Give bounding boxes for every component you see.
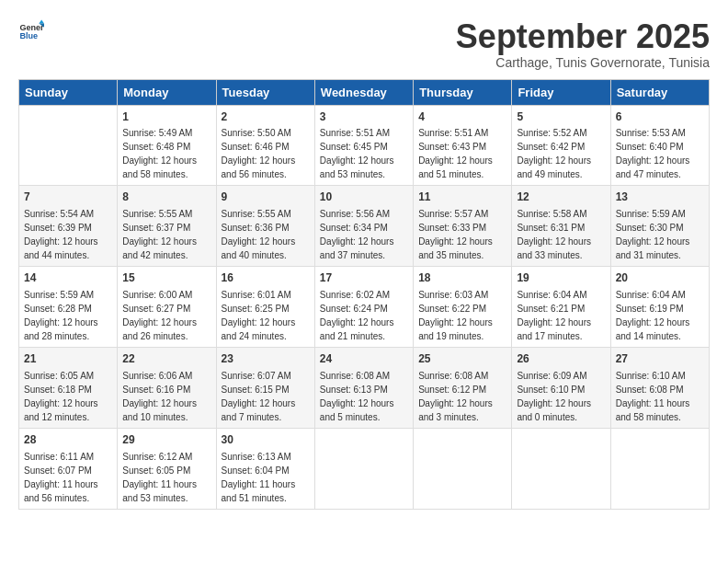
day-number: 14: [24, 270, 112, 286]
day-number: 9: [222, 190, 310, 205]
day-number: 16: [222, 270, 310, 286]
svg-marker-2: [39, 19, 44, 23]
calendar-cell: 23Sunrise: 6:07 AMSunset: 6:15 PMDayligh…: [216, 347, 314, 428]
day-number: 6: [616, 109, 704, 125]
day-info: Sunrise: 6:13 AMSunset: 6:04 PMDaylight:…: [222, 450, 310, 505]
calendar-week-row: 28Sunrise: 6:11 AMSunset: 6:07 PMDayligh…: [19, 428, 710, 509]
logo-icon: General Blue: [18, 18, 44, 44]
weekday-header-row: Sunday Monday Tuesday Wednesday Thursday…: [19, 79, 710, 105]
calendar-cell: 6Sunrise: 5:53 AMSunset: 6:40 PMDaylight…: [610, 105, 709, 186]
calendar-cell: 9Sunrise: 5:55 AMSunset: 6:36 PMDaylight…: [216, 186, 314, 267]
header-monday: Monday: [118, 79, 216, 105]
calendar-cell: [19, 105, 118, 186]
calendar-cell: 24Sunrise: 6:08 AMSunset: 6:13 PMDayligh…: [314, 347, 413, 428]
day-info: Sunrise: 6:02 AMSunset: 6:24 PMDaylight:…: [320, 288, 408, 343]
calendar-table: Sunday Monday Tuesday Wednesday Thursday…: [18, 79, 710, 510]
calendar-cell: 20Sunrise: 6:04 AMSunset: 6:19 PMDayligh…: [610, 267, 709, 348]
day-info: Sunrise: 6:07 AMSunset: 6:15 PMDaylight:…: [222, 369, 310, 424]
calendar-cell: 25Sunrise: 6:08 AMSunset: 6:12 PMDayligh…: [414, 347, 512, 428]
header-sunday: Sunday: [19, 79, 118, 105]
day-number: 5: [517, 109, 605, 125]
day-info: Sunrise: 5:50 AMSunset: 6:46 PMDaylight:…: [222, 126, 310, 181]
day-info: Sunrise: 5:59 AMSunset: 6:28 PMDaylight:…: [24, 288, 112, 343]
day-number: 23: [222, 351, 310, 367]
calendar-cell: 10Sunrise: 5:56 AMSunset: 6:34 PMDayligh…: [314, 186, 413, 267]
day-number: 1: [122, 109, 210, 125]
day-info: Sunrise: 5:55 AMSunset: 6:37 PMDaylight:…: [122, 207, 210, 262]
calendar-cell: 2Sunrise: 5:50 AMSunset: 6:46 PMDaylight…: [216, 105, 314, 186]
calendar-cell: 8Sunrise: 5:55 AMSunset: 6:37 PMDaylight…: [118, 186, 216, 267]
day-info: Sunrise: 6:05 AMSunset: 6:18 PMDaylight:…: [24, 369, 112, 424]
day-info: Sunrise: 6:08 AMSunset: 6:12 PMDaylight:…: [418, 369, 506, 424]
calendar-cell: 13Sunrise: 5:59 AMSunset: 6:30 PMDayligh…: [610, 186, 709, 267]
calendar-week-row: 14Sunrise: 5:59 AMSunset: 6:28 PMDayligh…: [19, 267, 710, 348]
day-number: 12: [517, 190, 605, 205]
day-info: Sunrise: 5:49 AMSunset: 6:48 PMDaylight:…: [122, 126, 210, 181]
day-info: Sunrise: 5:55 AMSunset: 6:36 PMDaylight:…: [222, 207, 310, 262]
header-tuesday: Tuesday: [216, 79, 314, 105]
calendar-cell: 12Sunrise: 5:58 AMSunset: 6:31 PMDayligh…: [512, 186, 610, 267]
calendar-cell: 14Sunrise: 5:59 AMSunset: 6:28 PMDayligh…: [19, 267, 118, 348]
day-number: 19: [517, 270, 605, 286]
day-number: 7: [24, 190, 112, 205]
calendar-cell: 5Sunrise: 5:52 AMSunset: 6:42 PMDaylight…: [512, 105, 610, 186]
day-number: 20: [616, 270, 704, 286]
logo: General Blue: [18, 18, 44, 44]
day-info: Sunrise: 5:57 AMSunset: 6:33 PMDaylight:…: [418, 207, 506, 262]
month-title: September 2025: [456, 18, 710, 55]
page-header: General Blue September 2025 Carthage, Tu…: [18, 18, 710, 70]
day-number: 28: [24, 432, 112, 448]
calendar-cell: 28Sunrise: 6:11 AMSunset: 6:07 PMDayligh…: [19, 428, 118, 509]
day-number: 15: [122, 270, 210, 286]
day-info: Sunrise: 6:06 AMSunset: 6:16 PMDaylight:…: [122, 369, 210, 424]
day-info: Sunrise: 5:51 AMSunset: 6:43 PMDaylight:…: [418, 126, 506, 181]
day-info: Sunrise: 6:03 AMSunset: 6:22 PMDaylight:…: [418, 288, 506, 343]
calendar-cell: 11Sunrise: 5:57 AMSunset: 6:33 PMDayligh…: [414, 186, 512, 267]
day-info: Sunrise: 6:04 AMSunset: 6:21 PMDaylight:…: [517, 288, 605, 343]
day-info: Sunrise: 5:58 AMSunset: 6:31 PMDaylight:…: [517, 207, 605, 262]
day-info: Sunrise: 6:08 AMSunset: 6:13 PMDaylight:…: [320, 369, 408, 424]
header-friday: Friday: [512, 79, 610, 105]
calendar-week-row: 7Sunrise: 5:54 AMSunset: 6:39 PMDaylight…: [19, 186, 710, 267]
calendar-cell: 22Sunrise: 6:06 AMSunset: 6:16 PMDayligh…: [118, 347, 216, 428]
day-number: 27: [616, 351, 704, 367]
calendar-cell: [512, 428, 610, 509]
header-wednesday: Wednesday: [314, 79, 413, 105]
calendar-cell: [414, 428, 512, 509]
day-number: 21: [24, 351, 112, 367]
day-info: Sunrise: 6:12 AMSunset: 6:05 PMDaylight:…: [122, 450, 210, 505]
day-info: Sunrise: 5:53 AMSunset: 6:40 PMDaylight:…: [616, 126, 704, 181]
day-info: Sunrise: 6:09 AMSunset: 6:10 PMDaylight:…: [517, 369, 605, 424]
day-info: Sunrise: 6:11 AMSunset: 6:07 PMDaylight:…: [24, 450, 112, 505]
calendar-cell: 26Sunrise: 6:09 AMSunset: 6:10 PMDayligh…: [512, 347, 610, 428]
day-info: Sunrise: 6:01 AMSunset: 6:25 PMDaylight:…: [222, 288, 310, 343]
calendar-week-row: 1Sunrise: 5:49 AMSunset: 6:48 PMDaylight…: [19, 105, 710, 186]
day-number: 3: [320, 109, 408, 125]
calendar-cell: 19Sunrise: 6:04 AMSunset: 6:21 PMDayligh…: [512, 267, 610, 348]
calendar-cell: [314, 428, 413, 509]
calendar-cell: 3Sunrise: 5:51 AMSunset: 6:45 PMDaylight…: [314, 105, 413, 186]
calendar-header: Sunday Monday Tuesday Wednesday Thursday…: [19, 79, 710, 105]
day-number: 25: [418, 351, 506, 367]
calendar-cell: 30Sunrise: 6:13 AMSunset: 6:04 PMDayligh…: [216, 428, 314, 509]
day-number: 22: [122, 351, 210, 367]
calendar-week-row: 21Sunrise: 6:05 AMSunset: 6:18 PMDayligh…: [19, 347, 710, 428]
day-number: 2: [222, 109, 310, 125]
day-info: Sunrise: 5:56 AMSunset: 6:34 PMDaylight:…: [320, 207, 408, 262]
day-info: Sunrise: 5:52 AMSunset: 6:42 PMDaylight:…: [517, 126, 605, 181]
calendar-cell: 4Sunrise: 5:51 AMSunset: 6:43 PMDaylight…: [414, 105, 512, 186]
calendar-cell: 15Sunrise: 6:00 AMSunset: 6:27 PMDayligh…: [118, 267, 216, 348]
header-saturday: Saturday: [610, 79, 709, 105]
calendar-cell: 29Sunrise: 6:12 AMSunset: 6:05 PMDayligh…: [118, 428, 216, 509]
day-info: Sunrise: 6:00 AMSunset: 6:27 PMDaylight:…: [122, 288, 210, 343]
day-number: 11: [418, 190, 506, 205]
location-subtitle: Carthage, Tunis Governorate, Tunisia: [456, 55, 710, 70]
calendar-cell: 17Sunrise: 6:02 AMSunset: 6:24 PMDayligh…: [314, 267, 413, 348]
day-number: 13: [616, 190, 704, 205]
day-number: 8: [122, 190, 210, 205]
header-thursday: Thursday: [414, 79, 512, 105]
day-info: Sunrise: 5:51 AMSunset: 6:45 PMDaylight:…: [320, 126, 408, 181]
day-number: 26: [517, 351, 605, 367]
calendar-cell: 27Sunrise: 6:10 AMSunset: 6:08 PMDayligh…: [610, 347, 709, 428]
svg-text:Blue: Blue: [19, 31, 38, 40]
